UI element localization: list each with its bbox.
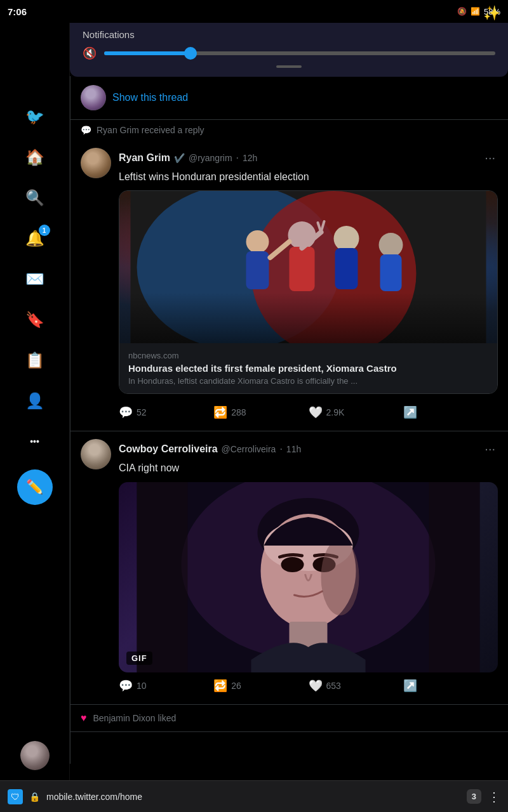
gif-container[interactable]: GIF [119,482,498,672]
tweet-ryan-header: Ryan Grim ✔️ @ryangrim · 12h ··· [119,148,498,167]
like-action-ryan[interactable]: 🤍 2.9K [309,402,403,423]
sidebar-item-lists[interactable]: 📋 [17,343,53,378]
share-icon-btn-2: ↗️ [403,679,417,693]
sidebar-item-home[interactable]: 🐦 [17,99,53,134]
retweet-icon-btn-2: 🔁 [213,679,227,693]
cowboy-user-info: Cowboy Cerroliveira @Cerroliveira · 11h [119,443,301,455]
sidebar-item-notifications[interactable]: 🔔 1 [17,221,53,256]
cowboy-name[interactable]: Cowboy Cerroliveira [119,443,218,455]
tabs-button[interactable]: 3 [467,789,481,804]
retweet-icon-btn: 🔁 [213,405,227,419]
mail-icon: ✉️ [25,270,44,288]
sidebar-item-search[interactable]: 🔍 [17,180,53,216]
list-icon: 📋 [25,351,44,369]
share-action-ryan[interactable]: ↗️ [403,402,498,423]
svg-rect-9 [335,248,358,289]
search-icon: 🔍 [25,189,44,207]
sidebar-item-messages[interactable]: ✉️ [17,261,53,297]
cowboy-handle: @Cerroliveira [222,444,276,454]
sidebar-item-bookmarks[interactable]: 🔖 [17,302,53,337]
retweet-action-cowboy[interactable]: 🔁 26 [213,675,308,697]
share-action-cowboy[interactable]: ↗️ [403,675,498,697]
link-preview-info: nbcnews.com Honduras elected its first f… [119,343,497,393]
status-time: 7:06 [8,6,27,17]
svg-point-24 [321,539,359,615]
reply-action-ryan[interactable]: 💬 52 [119,402,213,423]
svg-point-6 [379,233,403,257]
svg-rect-7 [246,251,269,289]
like-icon-btn-2: 🤍 [309,679,323,693]
liked-text: Benjamin Dixon liked [93,713,177,723]
reply-count-cowboy: 10 [137,681,147,691]
like-count-cowboy: 653 [326,681,341,691]
svg-rect-8 [290,247,315,291]
svg-rect-15 [131,292,486,343]
ryan-grim-avatar[interactable] [81,148,111,178]
gif-badge: GIF [126,652,152,665]
slider-fill [104,51,190,55]
show-thread-link[interactable]: Show this thread [112,92,188,103]
cowboy-time: 11h [286,444,301,454]
cowboy-tweet-text: CIA right now [119,461,498,475]
reply-icon: 💬 [81,125,91,135]
tweet-cowboy: Cowboy Cerroliveira @Cerroliveira · 11h … [70,431,508,704]
show-thread-row[interactable]: Show this thread [70,76,508,120]
verified-badge: ✔️ [174,153,185,163]
mute-icon: 🔇 [83,46,97,60]
browser-bar: 🛡 🔒 mobile.twitter.com/home 3 ⋮ [0,780,508,812]
sidebar-item-profile[interactable]: 👤 [17,383,53,419]
sparkle-icon[interactable]: ✨ [483,5,500,22]
ryan-tweet-actions: 💬 52 🔁 288 🤍 2.9K ↗️ [119,402,498,423]
shield-icon: 🛡 [8,789,23,804]
reply-notification-label: 💬 Ryan Grim received a reply [70,120,508,140]
volume-icon: 🔕 [457,7,467,16]
tweet-more-menu-ryan[interactable]: ··· [482,148,498,167]
ryan-user-info: Ryan Grim ✔️ @ryangrim · 12h [119,152,257,164]
like-action-cowboy[interactable]: 🤍 653 [309,675,403,697]
notification-bar: Notifications 🔇 [70,23,508,77]
honduras-svg [119,191,497,343]
compose-button[interactable]: ✏️ [17,469,53,505]
dot-sep-2: · [279,443,282,455]
user-avatar[interactable] [20,741,50,770]
heart-liked-icon: ♥ [81,712,87,724]
tweet-more-menu-cowboy[interactable]: ··· [482,439,498,459]
svg-point-21 [281,557,304,572]
tweet-cowboy-header: Cowboy Cerroliveira @Cerroliveira · 11h … [119,439,498,459]
twitter-bird-icon: 🐦 [25,108,44,126]
honduras-image [119,191,497,343]
cowboy-avatar[interactable] [81,439,111,469]
liked-row: ♥ Benjamin Dixon liked [70,705,508,732]
notification-badge: 1 [39,225,50,236]
compose-icon: ✏️ [26,479,43,495]
ryan-handle: @ryangrim [189,153,232,163]
browser-menu-button[interactable]: ⋮ [488,789,500,804]
tweet-ryan-body: Ryan Grim ✔️ @ryangrim · 12h ··· Leftist… [119,148,498,423]
slider-thumb[interactable] [184,47,197,60]
bookmark-icon: 🔖 [25,311,44,329]
wifi-icon: 📶 [471,7,480,16]
svg-point-3 [246,230,269,253]
like-count-ryan: 2.9K [326,407,345,417]
cowboy-tweet-actions: 💬 10 🔁 26 🤍 653 ↗️ [119,675,498,697]
retweet-action-ryan[interactable]: 🔁 288 [213,402,308,423]
more-icon: ••• [30,436,39,447]
sidebar-item-house[interactable]: 🏠 [17,140,53,175]
link-preview-card[interactable]: nbcnews.com Honduras elected its first f… [119,190,498,394]
volume-slider[interactable] [104,51,495,55]
browser-url[interactable]: mobile.twitter.com/home [46,792,460,802]
notif-label-text: Ryan Grim received a reply [97,125,204,135]
link-preview-image [119,191,497,343]
reply-icon-btn-2: 💬 [119,679,133,693]
tweet-ryan-grim: Ryan Grim ✔️ @ryangrim · 12h ··· Leftist… [70,140,508,431]
ryan-name[interactable]: Ryan Grim [119,152,170,164]
link-desc: In Honduras, leftist candidate Xiomara C… [128,376,488,386]
notification-title: Notifications [83,29,495,40]
link-title: Honduras elected its first female presid… [128,363,488,374]
ryan-tweet-text: Leftist wins Honduran presidential elect… [119,170,498,184]
notification-slider-row: 🔇 [83,46,495,60]
home-icon: 🏠 [25,148,44,166]
reply-action-cowboy[interactable]: 💬 10 [119,675,213,697]
sidebar-item-more[interactable]: ••• [17,424,53,459]
svg-rect-10 [380,254,402,291]
